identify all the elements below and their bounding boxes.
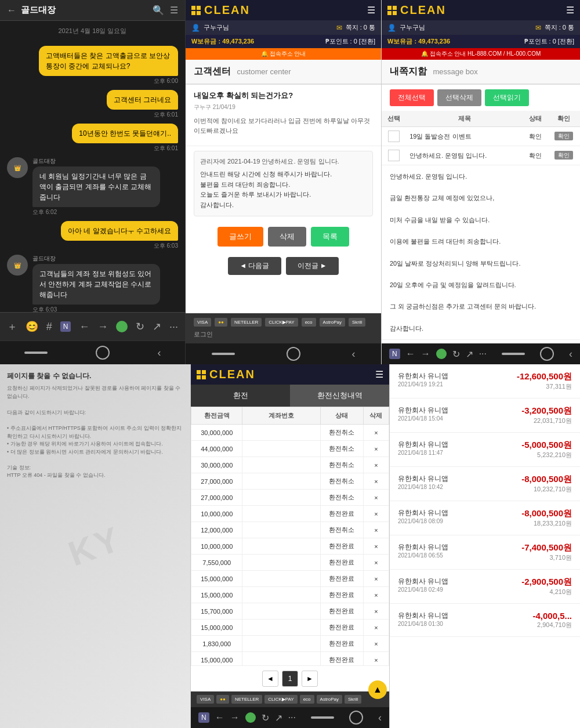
- back-icon[interactable]: ←: [215, 712, 224, 723]
- select-all-button[interactable]: 전체선택: [390, 89, 434, 106]
- row-select[interactable]: [382, 127, 406, 146]
- row-acct: [242, 636, 321, 652]
- delete-button[interactable]: ×: [363, 522, 389, 538]
- delete-button[interactable]: 삭제: [268, 227, 306, 247]
- prev-button[interactable]: ◄ 다음글: [228, 257, 281, 275]
- select-delete-button[interactable]: 선택삭제: [437, 89, 481, 106]
- row-confirm[interactable]: 확인: [548, 127, 580, 146]
- delete-button[interactable]: ×: [363, 555, 389, 571]
- section-kor: 고객센터: [194, 66, 231, 76]
- back-icon[interactable]: ←: [7, 5, 16, 16]
- row-amount: 30,000,000: [191, 425, 242, 441]
- next-button[interactable]: 이전글 ►: [286, 257, 339, 275]
- n-icon[interactable]: N: [198, 712, 209, 723]
- delete-button[interactable]: ×: [363, 636, 389, 652]
- delete-button[interactable]: ×: [363, 473, 389, 490]
- nav-home[interactable]: [540, 347, 554, 361]
- row-title[interactable]: 안녕하세요. 운영팀 입니다.: [406, 146, 523, 165]
- next-page-button[interactable]: ►: [302, 671, 318, 687]
- hash-icon[interactable]: #: [46, 321, 52, 333]
- write-button[interactable]: 글쓰기: [217, 227, 263, 247]
- search-icon[interactable]: 🔍: [153, 5, 164, 16]
- delete-button[interactable]: ×: [363, 425, 389, 441]
- more-icon[interactable]: ···: [169, 321, 178, 333]
- nav-back[interactable]: ‹: [158, 347, 161, 359]
- nav-home[interactable]: [349, 711, 363, 725]
- refresh-icon[interactable]: ↻: [136, 320, 144, 333]
- share-icon[interactable]: ↗: [466, 349, 473, 360]
- emoji-icon[interactable]: 😊: [26, 320, 38, 333]
- row-status: 환전완료: [321, 652, 364, 666]
- share-icon[interactable]: ↗: [275, 712, 282, 723]
- select-read-button[interactable]: 선택읽기: [485, 89, 529, 106]
- prev-page-button[interactable]: ◄: [262, 671, 278, 687]
- row-title[interactable]: 19일 돌발승전 이벤트: [406, 127, 523, 146]
- transaction-item: 유한회사 유니앱 2021/04/19 19:21 -12,600,500원 3…: [390, 364, 580, 399]
- fwd-nav-icon[interactable]: →: [97, 321, 108, 333]
- nav-back[interactable]: ‹: [569, 348, 572, 360]
- n-icon[interactable]: N: [60, 321, 71, 332]
- menu-icon[interactable]: ☰: [170, 5, 178, 16]
- right-content: 내쪽지함 message box 전체선택 선택삭제 선택읽기 선택 제목 상태…: [382, 60, 580, 343]
- tx-company: 유한회사 유니앱: [398, 371, 448, 381]
- error-panel: 페이지를 찾을 수 없습니다. 요청하신 페이지가 삭제되었거나 잘못된 경로를…: [0, 364, 190, 728]
- skrill-logo: Skrill: [345, 695, 361, 704]
- row-confirm[interactable]: 확인: [548, 146, 580, 165]
- refresh-icon[interactable]: ↻: [452, 349, 460, 360]
- tab-history[interactable]: 환전신청내역: [290, 385, 389, 407]
- col-title: 제목: [406, 111, 523, 127]
- col-amount: 환전금액: [191, 407, 242, 425]
- share-icon[interactable]: ↗: [153, 320, 161, 333]
- msg-time: 오후 6:01: [154, 111, 178, 119]
- delete-button[interactable]: ×: [363, 441, 389, 457]
- page-1-button[interactable]: 1: [282, 671, 298, 687]
- green-dot: [436, 349, 447, 359]
- menu-icon[interactable]: ☰: [375, 369, 383, 380]
- back-nav-icon[interactable]: ←: [79, 321, 89, 333]
- back-icon[interactable]: ←: [406, 349, 415, 359]
- refresh-icon[interactable]: ↻: [262, 712, 269, 723]
- menu-icon[interactable]: ☰: [367, 5, 375, 16]
- neteller-logo: NETELLER: [231, 695, 262, 704]
- delete-button[interactable]: ×: [363, 457, 389, 473]
- delete-button[interactable]: ×: [363, 652, 389, 666]
- row-acct: [242, 538, 321, 555]
- section-title: 고객센터 customer center: [186, 60, 381, 85]
- mid-header: CLEAN ☰: [186, 0, 381, 20]
- circle-icon[interactable]: [116, 321, 128, 332]
- n-icon[interactable]: N: [389, 349, 400, 359]
- nav-back[interactable]: ‹: [352, 348, 356, 360]
- right-bottom-nav: N ← → ↻ ↗ ··· ‹: [382, 343, 580, 364]
- chat-header-actions: 🔍 ☰: [153, 5, 178, 16]
- delete-button[interactable]: ×: [363, 538, 389, 555]
- answer-block: 관리자에 2021-04-19 안녕하세요. 운영팀 입니다. 안내드린 해당 …: [194, 151, 373, 216]
- row-status: 환전완료: [321, 620, 364, 636]
- menu-icon[interactable]: ☰: [566, 5, 574, 16]
- delete-button[interactable]: ×: [363, 620, 389, 636]
- nav-back[interactable]: ‹: [378, 712, 382, 724]
- eco-logo: eco: [302, 318, 316, 327]
- tab-withdraw[interactable]: 환전: [191, 385, 290, 407]
- fwd-icon[interactable]: →: [230, 712, 240, 723]
- more-icon[interactable]: ···: [288, 712, 296, 723]
- scroll-top-button[interactable]: ▲: [368, 680, 387, 699]
- delete-button[interactable]: ×: [363, 506, 389, 522]
- tx-amount: -8,000,500원: [521, 474, 572, 485]
- payment-logos: VISA ●● NETELLER CLICK▶PAY eco AstroPay …: [186, 313, 381, 343]
- tx-amount: -7,400,500원: [521, 542, 572, 553]
- row-select[interactable]: [382, 146, 406, 165]
- col-del: 삭제: [363, 407, 389, 425]
- list-button[interactable]: 목록: [311, 227, 349, 247]
- delete-button[interactable]: ×: [363, 587, 389, 603]
- more-icon[interactable]: ···: [479, 349, 487, 359]
- fwd-icon[interactable]: →: [421, 349, 430, 359]
- plus-icon[interactable]: ＋: [7, 320, 17, 334]
- delete-button[interactable]: ×: [363, 490, 389, 506]
- msg-sender: 골드대장: [32, 255, 160, 263]
- nav-home[interactable]: [96, 346, 110, 360]
- nav-home[interactable]: [287, 347, 300, 361]
- delete-button[interactable]: ×: [363, 603, 389, 620]
- right-balance-bar: W보유금 : 49,473,236 ₱포인트 : 0 [전환]: [382, 35, 580, 48]
- delete-button[interactable]: ×: [363, 571, 389, 587]
- table-row: 30,000,000 환전취소 ×: [191, 425, 389, 441]
